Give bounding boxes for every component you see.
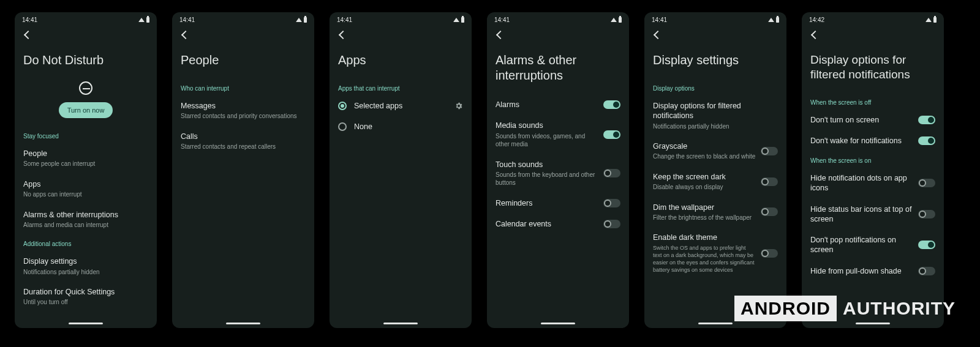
radio-icon — [338, 122, 347, 131]
toggle[interactable] — [918, 179, 935, 187]
radio-icon — [338, 102, 347, 110]
status-icons — [453, 17, 464, 23]
section-apps: Apps that can interrupt — [338, 79, 463, 95]
item-dim[interactable]: Dim the wallpaperFilter the brightness o… — [653, 197, 778, 228]
nav-handle[interactable] — [856, 323, 890, 324]
item-hide-dots[interactable]: Hide notification dots on app icons — [810, 168, 935, 199]
toggle[interactable] — [918, 210, 935, 218]
section-stay-focused: Stay focused — [23, 127, 148, 143]
wifi-icon — [453, 18, 459, 22]
back-button[interactable] — [15, 26, 157, 44]
page-title: Display settings — [653, 44, 778, 79]
page-title: Display options for filtered notificatio… — [810, 44, 935, 93]
status-icons — [611, 17, 622, 23]
item-keep-dark[interactable]: Keep the screen darkDisable always on di… — [653, 166, 778, 197]
item-messages[interactable]: MessagesStarred contacts and priority co… — [181, 95, 306, 126]
nav-handle[interactable] — [383, 323, 418, 324]
phone-dnd: 14:41 Do Not Disturb Turn on now Stay fo… — [15, 12, 157, 328]
item-apps[interactable]: AppsNo apps can interrupt — [23, 174, 148, 204]
page-title: Apps — [338, 44, 463, 79]
wifi-icon — [138, 18, 145, 22]
item-touch-sounds[interactable]: Touch soundsSounds from the keyboard and… — [496, 154, 620, 193]
back-arrow-icon — [181, 31, 189, 39]
toggle[interactable] — [918, 267, 935, 275]
item-filtered[interactable]: Display options for filtered notificatio… — [653, 95, 778, 136]
gear-icon[interactable] — [454, 102, 463, 110]
item-alarms[interactable]: Alarms & other interruptionsAlarms and m… — [23, 204, 148, 235]
clock: 14:41 — [179, 17, 195, 23]
clock: 14:41 — [652, 17, 667, 23]
toggle[interactable] — [603, 220, 620, 228]
toggle[interactable] — [761, 207, 778, 216]
statusbar: 14:41 — [644, 12, 786, 26]
clock: 14:41 — [22, 17, 37, 23]
item-media-sounds[interactable]: Media soundsSounds from videos, games, a… — [496, 115, 620, 154]
back-button[interactable] — [330, 26, 472, 44]
back-button[interactable] — [172, 26, 314, 44]
item-people[interactable]: PeopleSome people can interrupt — [23, 143, 148, 174]
nav-handle[interactable] — [69, 323, 103, 324]
page-title: Do Not Disturb — [23, 44, 148, 79]
toggle[interactable] — [603, 169, 620, 177]
item-calendar[interactable]: Calendar events — [496, 214, 620, 234]
battery-icon — [461, 17, 464, 23]
phone-people: 14:41 People Who can interrupt MessagesS… — [172, 12, 314, 328]
nav-handle[interactable] — [698, 323, 733, 324]
back-arrow-icon — [653, 31, 662, 39]
back-arrow-icon — [810, 31, 819, 39]
toggle[interactable] — [918, 116, 935, 124]
section-screen-on: When the screen is on — [810, 151, 935, 168]
phone-apps: 14:41 Apps Apps that can interrupt Selec… — [330, 12, 472, 328]
toggle[interactable] — [761, 177, 778, 186]
section-who: Who can interrupt — [181, 79, 306, 95]
item-dont-pop[interactable]: Don't pop notifications on screen — [810, 229, 935, 261]
radio-none[interactable]: None — [338, 116, 463, 137]
statusbar: 14:41 — [172, 12, 314, 26]
item-grayscale[interactable]: GrayscaleChange the screen to black and … — [653, 136, 778, 166]
toggle[interactable] — [761, 249, 778, 258]
dnd-icon — [79, 81, 92, 95]
phone-alarms: 14:41 Alarms & other interruptions Alarm… — [487, 12, 629, 328]
toggle[interactable] — [918, 136, 935, 145]
item-calls[interactable]: CallsStarred contacts and repeat callers — [181, 126, 306, 157]
back-button[interactable] — [802, 26, 944, 44]
clock: 14:41 — [337, 17, 352, 23]
toggle[interactable] — [603, 199, 620, 207]
item-hide-shade[interactable]: Hide from pull-down shade — [810, 261, 935, 282]
status-icons — [768, 17, 779, 23]
nav-handle[interactable] — [541, 323, 575, 324]
item-hide-statusbar[interactable]: Hide status bar icons at top of screen — [810, 199, 935, 230]
toggle[interactable] — [761, 147, 778, 155]
item-alarms[interactable]: Alarms — [496, 94, 620, 115]
wifi-icon — [768, 18, 774, 22]
battery-icon — [933, 17, 937, 23]
clock: 14:42 — [809, 17, 824, 23]
status-icons — [138, 17, 149, 23]
item-duration[interactable]: Duration for Quick SettingsUntil you tur… — [23, 282, 148, 312]
radio-selected-apps[interactable]: Selected apps — [338, 95, 463, 116]
wifi-icon — [296, 18, 302, 22]
statusbar: 14:41 — [15, 12, 157, 26]
toggle[interactable] — [918, 241, 935, 249]
back-button[interactable] — [487, 26, 629, 44]
section-additional: Additional actions — [23, 234, 148, 251]
toggle[interactable] — [603, 100, 620, 109]
turn-on-button[interactable]: Turn on now — [59, 102, 113, 118]
item-dont-turn-on[interactable]: Don't turn on screen — [810, 110, 935, 130]
back-button[interactable] — [644, 26, 786, 44]
page-title: Alarms & other interruptions — [496, 44, 620, 94]
battery-icon — [146, 17, 149, 23]
nav-handle[interactable] — [226, 323, 260, 324]
wifi-icon — [925, 18, 932, 22]
item-dont-wake[interactable]: Don't wake for notifications — [810, 130, 935, 151]
toggle[interactable] — [603, 130, 620, 139]
item-reminders[interactable]: Reminders — [496, 193, 620, 214]
item-dark-theme[interactable]: Enable dark themeSwitch the OS and apps … — [653, 227, 778, 279]
status-icons — [925, 17, 937, 23]
page-title: People — [181, 44, 306, 79]
status-icons — [296, 17, 307, 23]
back-arrow-icon — [23, 31, 32, 39]
section-display-options: Display options — [653, 79, 778, 95]
item-display-settings[interactable]: Display settingsNotifications partially … — [23, 251, 148, 282]
back-arrow-icon — [338, 31, 347, 39]
